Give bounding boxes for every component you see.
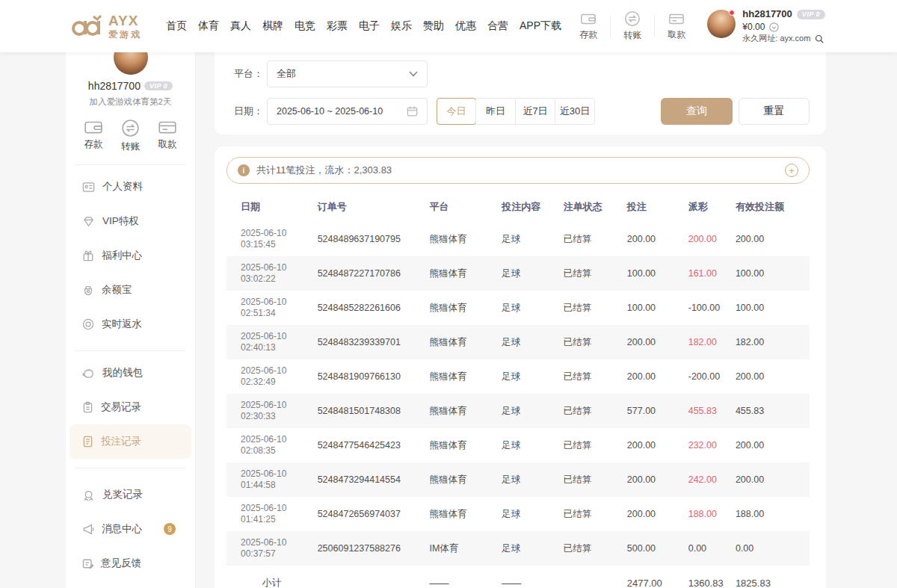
wallet-icon <box>84 119 103 135</box>
transfer-button[interactable]: 转账 <box>615 10 650 42</box>
cell-status: 已结算 <box>564 291 627 325</box>
sidebar-deposit-button[interactable]: 存款 <box>84 119 103 153</box>
magnifier-icon[interactable] <box>815 34 824 43</box>
nav-item[interactable]: 电子 <box>359 19 380 33</box>
feedback-note-icon <box>82 558 93 569</box>
subtotal-payout: 1360.83 <box>688 566 736 588</box>
range-yesterday-button[interactable]: 昨日 <box>475 99 515 124</box>
cell-order: 5248483239339701 <box>318 325 430 359</box>
sidebar-item-messages[interactable]: 消息中心 9 <box>66 512 195 546</box>
subtotal-row: 小计 —— —— 2477.00 1360.83 1825.83 <box>226 566 810 588</box>
cell-date: 2025-06-1001:44:58 <box>226 462 318 497</box>
sidebar-username: hh2817700 <box>88 80 141 92</box>
table-row: 2025-06-1001:44:58 5248473294414554 熊猫体育… <box>226 462 810 497</box>
nav-item[interactable]: 真人 <box>230 19 251 33</box>
cell-bet: 200.00 <box>627 359 688 394</box>
cell-platform: 熊猫体育 <box>429 359 502 394</box>
table-body: 2025-06-1003:15:45 5248489637190795 熊猫体育… <box>226 222 810 566</box>
reset-button[interactable]: 重置 <box>739 98 810 125</box>
nav-item[interactable]: 彩票 <box>327 19 348 33</box>
calendar-icon <box>407 106 418 117</box>
sidebar-item-welfare[interactable]: 福利中心 <box>66 238 195 273</box>
table-row: 2025-06-1002:51:34 5248485282261606 熊猫体育… <box>226 291 810 325</box>
cell-payout: -100.00 <box>688 291 736 325</box>
cell-bet: 200.00 <box>627 222 688 256</box>
deposit-button[interactable]: 存款 <box>571 11 605 41</box>
bank-card-icon <box>158 119 177 135</box>
cell-status: 已结算 <box>564 359 627 394</box>
sidebar-item-feedback[interactable]: 意见反馈 <box>66 546 195 581</box>
nav-item[interactable]: 优惠 <box>455 19 476 33</box>
cell-order: 5248473294414554 <box>318 462 430 497</box>
subtotal-bet: 2477.00 <box>627 566 688 588</box>
cell-platform: 熊猫体育 <box>429 222 502 256</box>
cell-date: 2025-06-1003:15:45 <box>226 222 318 256</box>
vip-badge: VIP 0 <box>797 10 825 19</box>
avatar[interactable] <box>707 10 736 38</box>
cell-date: 2025-06-1002:32:49 <box>226 359 318 394</box>
cell-content: 足球 <box>502 462 564 497</box>
circle-plus-icon[interactable]: + <box>785 164 798 177</box>
cell-status: 已结算 <box>564 394 627 428</box>
cell-bet: 200.00 <box>627 325 688 359</box>
main-nav: 首页体育真人棋牌电竞彩票电子娱乐赞助优惠合营APP下载 <box>166 19 561 33</box>
sidebar-item-profile[interactable]: 个人资料 <box>66 170 195 204</box>
cell-platform: 熊猫体育 <box>429 256 502 291</box>
divider <box>75 468 186 468</box>
cell-platform: 熊猫体育 <box>429 325 502 359</box>
nav-item[interactable]: 赞助 <box>423 19 444 33</box>
cell-status: 已结算 <box>564 497 627 531</box>
betting-records-page: AYX 爱游戏 首页体育真人棋牌电竞彩票电子娱乐赞助优惠合营APP下载 存款 转… <box>0 0 897 588</box>
sidebar-item-vip[interactable]: VIP特权 <box>66 204 195 238</box>
range-7days-button[interactable]: 近7日 <box>515 99 555 124</box>
table-row: 2025-06-1000:37:57 2506091237588276 IM体育… <box>226 531 810 566</box>
summary-bar: i 共计11笔投注，流水：2,303.83 + <box>226 157 810 184</box>
nav-item[interactable]: 体育 <box>198 19 219 33</box>
sidebar-item-rebate[interactable]: 实时返水 <box>66 307 195 341</box>
nav-item[interactable]: 电竞 <box>295 19 315 33</box>
table-header-row: 日期 订单号 平台 投注内容 注单状态 投注 派彩 有效投注额 <box>226 192 810 222</box>
sidebar-item-transactions[interactable]: 交易记录 <box>66 390 195 424</box>
cell-valid: 455.83 <box>736 394 810 428</box>
cell-bet: 200.00 <box>627 462 688 497</box>
chevron-down-icon <box>409 71 418 77</box>
sidebar-transfer-button[interactable]: 转账 <box>121 119 140 153</box>
username: hh2817700 <box>742 8 792 20</box>
cell-valid: 200.00 <box>736 359 810 394</box>
cell-status: 已结算 <box>564 222 627 256</box>
sidebar-withdraw-button[interactable]: 取款 <box>158 119 177 153</box>
withdraw-button[interactable]: 取款 <box>659 11 694 41</box>
cell-bet: 200.00 <box>627 497 688 531</box>
sidebar-item-bet-records[interactable]: 投注记录 <box>70 424 191 459</box>
range-today-button[interactable]: 今日 <box>437 98 476 125</box>
cell-payout: 161.00 <box>688 256 736 291</box>
search-button[interactable]: 查询 <box>661 98 733 125</box>
sidebar-item-yuebao[interactable]: 余额宝 <box>66 273 195 307</box>
cell-date: 2025-06-1003:02:22 <box>226 256 318 291</box>
nav-item[interactable]: 娱乐 <box>391 19 412 33</box>
cell-bet: 500.00 <box>627 531 688 566</box>
platform-select[interactable]: 全部 <box>267 61 428 87</box>
nav-item[interactable]: 合营 <box>487 19 508 33</box>
header-quick-actions: 存款 转账 取款 <box>571 10 694 42</box>
sidebar-item-wallet[interactable]: 我的钱包 <box>66 356 195 390</box>
user-account-area[interactable]: hh2817700 VIP 0 ¥0.00 永久网址: ayx.com <box>707 8 825 43</box>
main-content: 平台： 全部 日期： 2025-06-10 ~ 2025-06-10 今日 昨日 <box>215 52 826 588</box>
cell-valid: 100.00 <box>736 256 810 291</box>
range-30days-button[interactable]: 近30日 <box>555 99 594 124</box>
nav-item[interactable]: APP下载 <box>520 19 561 33</box>
cell-date: 2025-06-1001:41:25 <box>226 497 318 531</box>
cell-order: 2506091237588276 <box>318 531 430 566</box>
table-row: 2025-06-1001:41:25 5248472656974037 熊猫体育… <box>226 497 810 531</box>
cell-content: 足球 <box>502 291 564 325</box>
unread-count-badge: 9 <box>164 523 176 535</box>
brand-logo[interactable]: AYX 爱游戏 <box>71 13 142 39</box>
cell-status: 已结算 <box>564 462 627 497</box>
nav-item[interactable]: 首页 <box>166 19 187 33</box>
cell-content: 足球 <box>502 497 564 531</box>
chevron-down-circle-icon[interactable] <box>769 22 779 32</box>
nav-item[interactable]: 棋牌 <box>262 19 283 33</box>
cell-payout: 242.00 <box>688 462 736 497</box>
sidebar-item-prize-records[interactable]: 兑奖记录 <box>66 477 195 512</box>
date-range-input[interactable]: 2025-06-10 ~ 2025-06-10 <box>267 98 428 125</box>
